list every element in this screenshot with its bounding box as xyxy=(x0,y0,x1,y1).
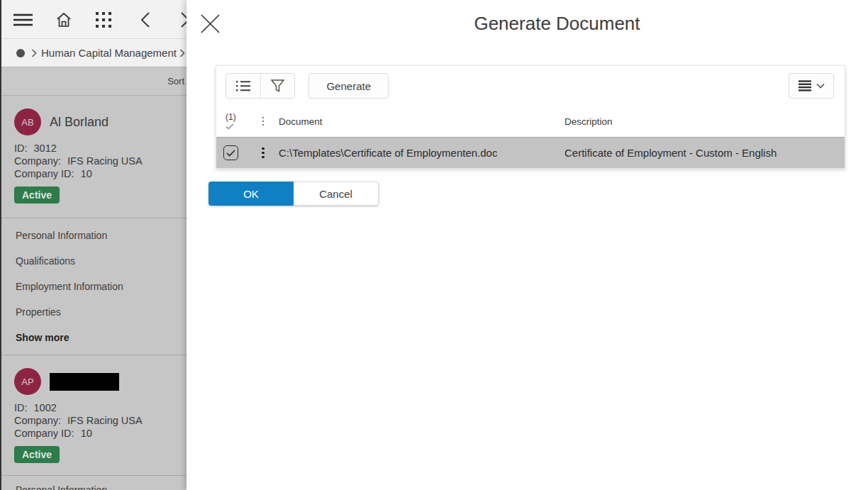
avatar: AB xyxy=(14,108,41,135)
app-grid-icon xyxy=(95,11,112,28)
employee-name: Al Borland xyxy=(50,115,108,130)
generate-button[interactable]: Generate xyxy=(308,73,389,99)
home-icon xyxy=(55,11,72,28)
avatar: AP xyxy=(14,368,41,395)
filter-button[interactable] xyxy=(260,74,294,98)
status-badge: Active xyxy=(14,186,60,204)
field-company: Company:IFS Racing USA xyxy=(14,414,174,427)
sidebar-item-personal-information[interactable]: Personal Information xyxy=(1,476,187,490)
employee-fields: ID:1002 Company:IFS Racing USA Company I… xyxy=(14,401,174,440)
sidebar-item-qualifications[interactable]: Qualifications xyxy=(1,248,187,274)
field-id: ID:3012 xyxy=(14,142,174,155)
density-icon xyxy=(799,80,811,91)
table-header-row: (1) Document Description xyxy=(216,106,845,137)
background-page: Human Capital Management Sort AB Al Borl… xyxy=(0,0,187,490)
cancel-button[interactable]: Cancel xyxy=(294,182,379,206)
sidebar-item-properties[interactable]: Properties xyxy=(1,299,187,325)
chevron-left-icon xyxy=(140,12,150,28)
close-button[interactable] xyxy=(201,11,225,35)
field-company: Company:IFS Racing USA xyxy=(14,155,174,167)
check-icon xyxy=(226,150,235,157)
dialog-actions: OK Cancel xyxy=(208,182,379,206)
sort-label[interactable]: Sort xyxy=(167,76,184,87)
breadcrumb: Human Capital Management xyxy=(1,39,187,67)
document-cell: C:\Templates\Certificate of Employmenten… xyxy=(276,147,562,159)
dialog-title: Generate Document xyxy=(474,13,640,35)
row-density-dropdown[interactable] xyxy=(789,73,834,99)
chevron-right-icon xyxy=(180,12,187,28)
list-icon xyxy=(236,80,250,91)
nav-back-button[interactable] xyxy=(135,0,156,39)
document-column-header[interactable]: Document xyxy=(276,116,562,127)
toolbar-button-group xyxy=(226,73,295,99)
employee-card-header: AB Al Borland xyxy=(14,108,174,135)
employee-list: AB Al Borland ID:3012 Company:IFS Racing… xyxy=(1,96,187,490)
description-cell: Certificate of Employment - Custom - Eng… xyxy=(562,147,838,159)
table-toolbar: Generate xyxy=(216,66,845,106)
employee-fields: ID:3012 Company:IFS Racing USA Company I… xyxy=(14,142,174,180)
show-more-link[interactable]: Show more xyxy=(1,325,187,350)
chevron-right-icon xyxy=(179,49,185,57)
selection-count: (1) xyxy=(226,113,236,122)
apps-button[interactable] xyxy=(91,0,116,39)
employee-links: Personal Information Qualifications Empl… xyxy=(1,218,187,355)
row-kebab-menu[interactable] xyxy=(262,147,264,159)
row-checkbox[interactable] xyxy=(223,145,238,160)
document-table-card: Generate (1) Docu xyxy=(216,65,845,169)
selection-count-header[interactable]: (1) xyxy=(223,113,250,130)
close-icon xyxy=(201,14,225,33)
ok-button[interactable]: OK xyxy=(208,182,294,206)
filter-icon xyxy=(271,79,284,92)
table-row[interactable]: C:\Templates\Certificate of Employmenten… xyxy=(216,137,845,168)
sidebar-item-employment-information[interactable]: Employment Information xyxy=(1,274,187,299)
sort-row: Sort xyxy=(1,67,187,96)
header-kebab-menu[interactable] xyxy=(262,117,265,126)
nav-forward-button[interactable] xyxy=(174,0,187,39)
status-dot-icon xyxy=(16,49,25,57)
field-company-id: Company ID:10 xyxy=(14,167,174,180)
breadcrumb-link[interactable]: Human Capital Management xyxy=(41,47,177,59)
hamburger-icon xyxy=(13,13,33,26)
chevron-right-icon xyxy=(31,49,37,57)
check-icon xyxy=(226,123,234,130)
field-company-id: Company ID:10 xyxy=(14,427,174,440)
status-badge: Active xyxy=(14,446,60,463)
home-button[interactable] xyxy=(51,0,77,39)
sidebar-item-personal-information[interactable]: Personal Information xyxy=(1,223,187,248)
field-id: ID:1002 xyxy=(14,401,174,414)
redacted-name xyxy=(50,373,119,391)
employee-card[interactable]: AB Al Borland ID:3012 Company:IFS Racing… xyxy=(1,96,187,204)
menu-button[interactable] xyxy=(9,0,37,39)
screen: Human Capital Management Sort AB Al Borl… xyxy=(0,0,868,490)
list-view-button[interactable] xyxy=(226,74,260,98)
chevron-down-icon xyxy=(816,83,825,89)
description-column-header[interactable]: Description xyxy=(562,116,838,127)
app-toolbar xyxy=(1,0,187,39)
generate-document-dialog: Generate Document Generate xyxy=(187,0,868,490)
employee-card[interactable]: AP ID:1002 Company:IFS Racing USA Compan… xyxy=(1,355,187,463)
employee-card-header: AP xyxy=(14,368,174,395)
